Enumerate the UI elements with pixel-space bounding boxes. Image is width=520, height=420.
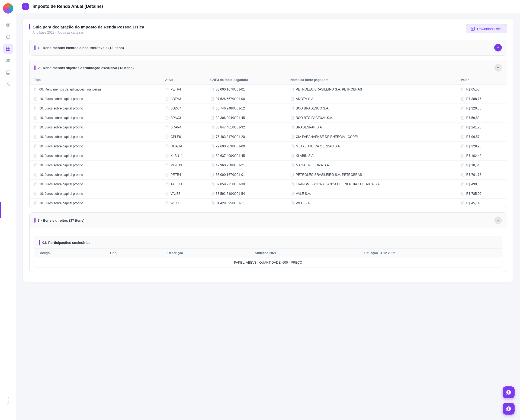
- svg-rect-234: [461, 183, 464, 186]
- svg-rect-26: [211, 88, 213, 91]
- section-3-header[interactable]: 3 - Bens e direitos (37 itens): [30, 213, 507, 228]
- cell-cnpj: 07.526.557/0001-00: [206, 94, 286, 104]
- cell-cnpj: 33.000.167/0001-01: [206, 170, 286, 180]
- card-header-left: Guia para declaração do Imposto de Renda…: [29, 24, 144, 34]
- cell-cnpj: 33.000.167/0001-01: [206, 85, 286, 94]
- sub-col-sit2022: Situação 31.12.2022: [360, 248, 502, 258]
- svg-point-1: [7, 24, 9, 26]
- cell-valor: R$ 499,33: [457, 180, 507, 189]
- cell-valor: R$ 96,57: [457, 132, 507, 142]
- section-1-header[interactable]: 1 - Rendimentos isentos e não tributávei…: [30, 40, 507, 55]
- page-title: Imposto de Renda Anual (Detalhe): [33, 4, 103, 9]
- svg-rect-118: [34, 135, 37, 138]
- cell-cnpj: 07.859.971/0001-30: [206, 180, 286, 189]
- sidebar-icon-group[interactable]: [3, 56, 13, 66]
- sub-section-table: Código Cnpj Descrição Situação 2021 Situ…: [34, 248, 502, 267]
- col-nome: Nome da fonte pagadora: [286, 75, 457, 85]
- svg-rect-222: [166, 183, 168, 186]
- svg-rect-166: [211, 154, 213, 157]
- cell-ativo: TAEE11: [161, 180, 206, 189]
- chat-float-button-1[interactable]: [503, 386, 515, 398]
- svg-rect-258: [34, 202, 37, 205]
- svg-rect-42: [166, 97, 168, 101]
- section-3: 3 - Bens e direitos (37 itens) 03. Parti…: [29, 212, 507, 272]
- sidebar-icon-chat[interactable]: [3, 68, 13, 77]
- sidebar-accent-bar: [0, 202, 1, 218]
- table-row: 10. Juros sobre capital próprio WEGE3 84…: [30, 199, 507, 208]
- table-row: 10. Juros sobre capital próprio GOAU4 92…: [30, 142, 507, 151]
- cell-nome: PETROLEO BRASILEIRO S.A. PETROBRAS: [286, 85, 457, 94]
- cell-tipo: 10. Juros sobre capital próprio: [30, 189, 161, 199]
- cell-ativo: CPLE6: [161, 132, 206, 142]
- cell-tipo: 10. Juros sobre capital próprio: [30, 142, 161, 151]
- svg-rect-15: [471, 27, 474, 30]
- section-2-table: Tipo Ativo CNPJ da fonte pagadora Nome d…: [30, 75, 507, 208]
- cell-nome: AMBEV S.A.: [286, 94, 457, 104]
- svg-rect-78: [34, 116, 37, 119]
- chat-float-button-2[interactable]: [503, 403, 515, 415]
- cell-valor: R$ 388,77: [457, 94, 507, 104]
- col-tipo: Tipo: [30, 75, 161, 85]
- svg-rect-262: [166, 202, 168, 205]
- svg-rect-198: [34, 173, 37, 176]
- sub-col-codigo: Código: [34, 248, 106, 258]
- section-1-toggle[interactable]: [494, 44, 502, 51]
- section-3-title: 3 - Bens e direitos (37 itens): [38, 218, 85, 222]
- svg-rect-238: [34, 192, 37, 195]
- cell-valor: R$ 320,80: [457, 104, 507, 113]
- download-excel-button[interactable]: Download Excel: [466, 24, 507, 33]
- sidebar-icon-user[interactable]: [3, 80, 13, 89]
- svg-rect-210: [291, 173, 293, 176]
- table-header-row: Tipo Ativo CNPJ da fonte pagadora Nome d…: [30, 75, 507, 85]
- cell-nome: BCO BRADESCO S.A.: [286, 104, 457, 113]
- svg-rect-242: [166, 192, 168, 195]
- svg-rect-142: [166, 145, 168, 148]
- svg-rect-74: [461, 107, 464, 110]
- sidebar: kinvo: [0, 0, 16, 420]
- sidebar-icon-info[interactable]: [3, 32, 13, 42]
- svg-rect-8: [8, 49, 10, 51]
- cell-valor: R$ 10,54: [457, 161, 507, 170]
- cell-cnpj: 89.637.490/0001-45: [206, 151, 286, 161]
- cell-cnpj: 33.592.510/0001-54: [206, 189, 286, 199]
- section-1-accent: [34, 45, 36, 50]
- sub-col-sit2021: Situação 2021: [251, 248, 360, 258]
- svg-rect-186: [211, 164, 213, 167]
- table-row: 10. Juros sobre capital próprio TAEE11 0…: [30, 180, 507, 189]
- cell-ativo: KLBN11: [161, 151, 206, 161]
- cell-tipo: 10. Juros sobre capital próprio: [30, 151, 161, 161]
- back-button[interactable]: [22, 3, 29, 10]
- cell-ativo: VALE3: [161, 189, 206, 199]
- svg-rect-170: [291, 154, 293, 157]
- svg-rect-70: [291, 107, 293, 110]
- svg-rect-98: [34, 126, 37, 129]
- cell-tipo: 10. Juros sobre capital próprio: [30, 113, 161, 123]
- svg-rect-106: [211, 126, 213, 129]
- section-2-header[interactable]: 2 - Rendimentos sujeitos à tributação ex…: [30, 60, 507, 75]
- cell-cnpj: 30.306.294/0001-45: [206, 113, 286, 123]
- section-2-toggle[interactable]: [494, 64, 502, 72]
- cell-cnpj: 60.746.948/0001-12: [206, 104, 286, 113]
- card-header: Guia para declaração do Imposto de Renda…: [29, 24, 507, 34]
- section-2-title: 2 - Rendimentos sujeitos à tributação ex…: [38, 66, 134, 70]
- svg-rect-82: [166, 116, 168, 119]
- sidebar-icon-home[interactable]: [3, 20, 13, 30]
- sidebar-icon-dashboard[interactable]: [3, 44, 13, 54]
- svg-rect-46: [211, 97, 213, 101]
- section-2-table-wrapper: Tipo Ativo CNPJ da fonte pagadora Nome d…: [30, 75, 507, 208]
- svg-rect-122: [166, 135, 168, 138]
- content-area: Guia para declaração do Imposto de Renda…: [16, 13, 520, 420]
- svg-rect-162: [166, 154, 168, 157]
- cell-ativo: WEGE3: [161, 199, 206, 208]
- svg-rect-34: [461, 88, 464, 91]
- cell-cnpj: 47.960.950/0001-21: [206, 161, 286, 170]
- app-logo[interactable]: [3, 3, 13, 14]
- svg-rect-94: [461, 116, 464, 119]
- svg-rect-138: [34, 145, 37, 148]
- section-3-toggle[interactable]: [494, 217, 502, 224]
- svg-rect-18: [34, 88, 37, 91]
- bottom-row-text: PAPEL: ABEV3 - QUANTIDADE: 600 - PREÇO: [34, 258, 502, 267]
- cell-tipo: 06. Rendimentos de aplicações financeira…: [30, 85, 161, 94]
- table-row: 06. Rendimentos de aplicações financeira…: [30, 85, 507, 94]
- svg-rect-218: [34, 183, 37, 186]
